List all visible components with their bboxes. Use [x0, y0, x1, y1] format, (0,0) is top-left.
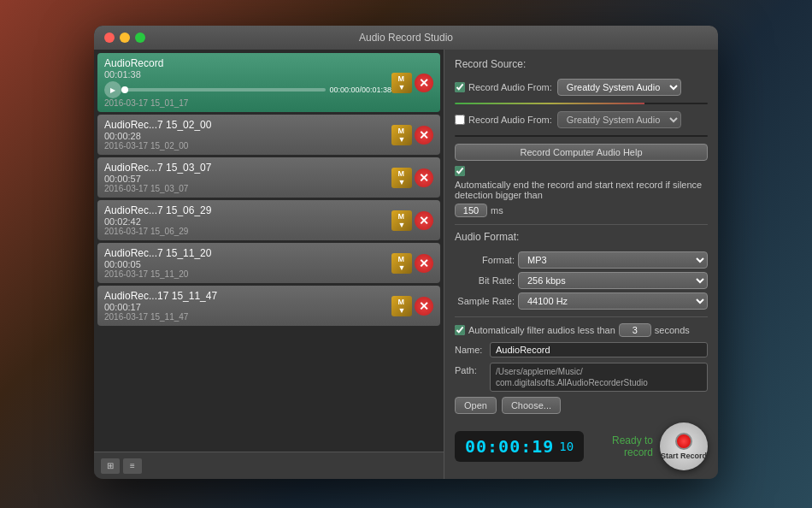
track-name: AudioRec...17 15_11_47: [104, 290, 391, 302]
path-row: Path: /Users/appleme/Music/com.digitalso…: [455, 363, 708, 392]
path-label: Path:: [455, 365, 485, 375]
name-row: Name:: [455, 342, 708, 357]
track-item[interactable]: AudioRecord 00:01:38 ▶ 00:00:00/00:01:38…: [97, 53, 440, 112]
track-actions: M▼ ✕: [391, 253, 433, 274]
record-audio-label2: Record Audio From:: [468, 115, 552, 125]
track-name: AudioRecord: [104, 57, 391, 69]
right-panel: Record Source: Record Audio From: Greatd…: [444, 50, 718, 479]
help-button[interactable]: Record Computer Audio Help: [455, 144, 708, 161]
track-info: AudioRec...7 15_02_00 00:00:28 2016-03-1…: [104, 119, 391, 151]
grid-view-button[interactable]: ⊞: [101, 458, 120, 474]
record-audio-check1[interactable]: [455, 82, 465, 92]
track-name: AudioRec...7 15_06_29: [104, 204, 391, 216]
auto-end-input[interactable]: [455, 204, 487, 217]
auto-filter-checkbox[interactable]: [455, 325, 465, 335]
track-actions: M▼ ✕: [391, 296, 433, 316]
format-grid: Format: MP3 Bit Rate: 256 kbps Sample Ra…: [455, 251, 708, 310]
record-audio-label1: Record Audio From:: [468, 82, 552, 92]
record-button-label: Start Record: [661, 452, 707, 460]
delete-button[interactable]: ✕: [415, 74, 433, 92]
auto-filter-input[interactable]: [619, 323, 651, 337]
export-button[interactable]: M▼: [391, 168, 412, 188]
track-duration: 00:02:42: [104, 216, 391, 227]
auto-filter-label: Automatically filter audios less than: [468, 325, 615, 335]
close-button[interactable]: [104, 32, 115, 43]
track-info: AudioRec...7 15_11_20 00:00:05 2016-03-1…: [104, 247, 391, 279]
track-name: AudioRec...7 15_02_00: [104, 119, 391, 131]
choose-button[interactable]: Choose...: [502, 397, 561, 414]
export-button[interactable]: M▼: [391, 125, 412, 145]
timer-row: 00:00:19 10 Ready to record Start Record: [455, 422, 708, 470]
maximize-button[interactable]: [135, 32, 145, 43]
bitrate-label: Bit Rate:: [455, 275, 515, 286]
export-button[interactable]: M▼: [391, 296, 412, 316]
track-date: 2016-03-17 15_01_17: [104, 98, 391, 108]
delete-button[interactable]: ✕: [415, 168, 433, 187]
samplerate-label: Sample Rate:: [455, 296, 515, 306]
level-fill-1: [455, 103, 644, 104]
record-audio-checkbox2[interactable]: Record Audio From:: [455, 115, 552, 125]
export-button[interactable]: M▼: [391, 253, 412, 274]
auto-filter-row: Automatically filter audios less than se…: [455, 323, 708, 337]
record-source-label: Record Source:: [455, 58, 708, 70]
track-date: 2016-03-17 15_11_20: [104, 269, 391, 279]
open-button[interactable]: Open: [455, 397, 497, 414]
track-duration: 00:00:05: [104, 259, 391, 269]
record-audio-row1: Record Audio From: Greatdy System Audio: [455, 79, 708, 96]
record-audio-dropdown2[interactable]: Greatdy System Audio: [557, 111, 681, 128]
track-duration: 00:00:57: [104, 174, 391, 184]
list-view-button[interactable]: ≡: [123, 458, 142, 474]
track-name: AudioRec...7 15_11_20: [104, 247, 391, 259]
export-button[interactable]: M▼: [391, 73, 412, 93]
track-info: AudioRec...17 15_11_47 00:00:17 2016-03-…: [104, 290, 391, 322]
path-display: /Users/appleme/Music/com.digitalsofts.Al…: [490, 363, 708, 392]
play-button[interactable]: ▶: [104, 81, 121, 98]
track-item[interactable]: AudioRec...7 15_02_00 00:00:28 2016-03-1…: [97, 115, 440, 155]
track-duration: 00:01:38: [104, 69, 391, 80]
start-record-button[interactable]: Start Record: [660, 422, 708, 470]
auto-end-checkbox[interactable]: [455, 166, 465, 176]
timer-frames: 10: [559, 440, 574, 453]
delete-button[interactable]: ✕: [415, 211, 433, 230]
titlebar: Audio Record Studio: [94, 26, 718, 50]
track-date: 2016-03-17 15_03_07: [104, 184, 391, 193]
progress-bar: [125, 88, 326, 92]
track-date: 2016-03-17 15_11_47: [104, 312, 391, 322]
track-actions: M▼ ✕: [391, 73, 433, 93]
timer-value: 00:00:19: [465, 436, 554, 457]
record-circle-icon: [675, 433, 692, 450]
track-item[interactable]: AudioRec...7 15_11_20 00:00:05 2016-03-1…: [97, 243, 440, 283]
name-input[interactable]: [490, 342, 708, 357]
samplerate-dropdown[interactable]: 44100 Hz: [518, 292, 708, 310]
minimize-button[interactable]: [120, 32, 130, 43]
level-bar-2: [455, 135, 708, 137]
track-actions: M▼ ✕: [391, 168, 433, 188]
record-audio-checkbox1[interactable]: Record Audio From:: [455, 82, 552, 92]
delete-button[interactable]: ✕: [415, 254, 433, 273]
bitrate-dropdown[interactable]: 256 kbps: [518, 272, 708, 289]
record-audio-check2[interactable]: [455, 115, 465, 125]
track-item[interactable]: AudioRec...7 15_06_29 00:02:42 2016-03-1…: [97, 200, 440, 240]
track-actions: M▼ ✕: [391, 125, 433, 145]
track-item[interactable]: AudioRec...7 15_03_07 00:00:57 2016-03-1…: [97, 157, 440, 198]
delete-button[interactable]: ✕: [415, 126, 433, 145]
traffic-lights: [104, 32, 145, 43]
delete-button[interactable]: ✕: [415, 297, 433, 316]
auto-end-label: Automatically end the record and start n…: [455, 180, 708, 200]
track-item[interactable]: AudioRec...17 15_11_47 00:00:17 2016-03-…: [97, 286, 440, 326]
timer-display: 00:00:19 10: [455, 431, 584, 462]
level-bar-1: [455, 103, 708, 104]
track-actions: M▼ ✕: [391, 210, 433, 231]
status-text: Ready to record: [591, 434, 653, 458]
window-title: Audio Record Studio: [359, 32, 453, 44]
format-dropdown[interactable]: MP3: [518, 251, 708, 269]
record-audio-dropdown1[interactable]: Greatdy System Audio: [557, 79, 681, 96]
main-window: Audio Record Studio AudioRecord 00:01:38…: [94, 26, 718, 479]
export-button[interactable]: M▼: [391, 210, 412, 231]
record-audio-row2: Record Audio From: Greatdy System Audio: [455, 111, 708, 128]
track-date: 2016-03-17 15_06_29: [104, 227, 391, 236]
audio-format-label: Audio Format:: [455, 231, 708, 243]
bottom-bar: ⊞ ≡: [94, 452, 444, 479]
name-label: Name:: [455, 345, 485, 355]
track-duration: 00:00:28: [104, 131, 391, 141]
